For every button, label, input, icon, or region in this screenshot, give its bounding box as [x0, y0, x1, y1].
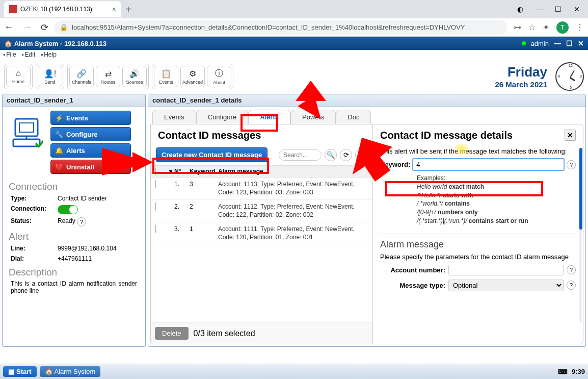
tab-favicon	[9, 5, 17, 13]
menu-file[interactable]: File	[6, 51, 16, 58]
sources-icon: 🔊	[129, 69, 140, 79]
extensions-icon[interactable]: ✦	[543, 22, 549, 32]
key-icon[interactable]: ⊶	[513, 22, 521, 32]
help-icon[interactable]: ?	[567, 265, 576, 274]
svg-rect-2	[13, 139, 40, 146]
about-icon: ⓘ	[215, 68, 223, 79]
tool-events[interactable]: 📋Events	[154, 66, 178, 87]
routes-icon: ⇄	[105, 69, 112, 79]
selection-text: 0/3 item selected	[194, 329, 255, 338]
alarm-message-header: Alarm message	[380, 239, 576, 250]
checkbox-all[interactable]	[155, 167, 156, 175]
table-row[interactable]: 1.3Account: 1113, Type: Preferred, Event…	[151, 178, 372, 200]
close-icon[interactable]: ✕	[565, 130, 576, 141]
tool-send[interactable]: 👤!Send	[38, 66, 62, 87]
url-bar[interactable]: 🔒 localhost:9515/Alarm+System/?a=connect…	[55, 20, 507, 35]
clock-icon: 12 3 6 9	[555, 62, 584, 91]
account-number-label: Account number:	[380, 266, 445, 274]
alarm-message-text: Please specify the parameters for the co…	[380, 253, 576, 261]
description-text: This is a contact ID alarm notification …	[3, 279, 145, 295]
row-checkbox[interactable]	[155, 203, 156, 211]
examples-header: Examples:	[417, 174, 576, 183]
browser-minimize-icon[interactable]: —	[536, 5, 543, 13]
tool-advanced[interactable]: ⚙Advanced	[180, 66, 205, 87]
tab-close-icon[interactable]: ×	[112, 5, 116, 13]
browser-tab[interactable]: OZEKI 10 (192.168.0.113) ×	[4, 1, 121, 17]
messages-header: Contact ID messages	[151, 124, 372, 144]
svg-marker-5	[102, 148, 153, 175]
connection-toggle[interactable]	[58, 205, 78, 214]
app-icon: 🏠	[4, 40, 12, 47]
browser-menu-icon[interactable]: ◐	[517, 5, 523, 13]
profile-avatar[interactable]: T	[556, 21, 569, 34]
bell-icon: 🔔	[55, 147, 63, 155]
app-user[interactable]: admin	[531, 40, 549, 47]
app-minimize-icon[interactable]: —	[554, 39, 561, 47]
svg-rect-0	[15, 119, 38, 136]
taskbar-app[interactable]: 🏠 Alarm System	[40, 366, 101, 377]
help-icon[interactable]: ?	[567, 160, 576, 169]
events-button[interactable]: ⚡Events	[50, 111, 131, 125]
delete-button[interactable]: Delete	[155, 327, 189, 340]
url-text: localhost:9515/Alarm+System/?a=connectio…	[72, 23, 465, 31]
detail-title: contact_ID_sender_1 details	[148, 94, 585, 107]
nav-back-icon[interactable]: ←	[4, 22, 13, 33]
browser-menu-dots-icon[interactable]: ⋮	[576, 22, 584, 32]
new-tab-button[interactable]: +	[125, 4, 131, 15]
message-type-select[interactable]: Optional	[448, 280, 564, 291]
tool-sources[interactable]: 🔊Sources	[122, 66, 147, 87]
detail-header: Contact ID message details	[380, 130, 513, 141]
tool-channels[interactable]: 🔗Channels	[69, 66, 94, 87]
taskbar-time: 9:39	[572, 368, 585, 375]
create-message-button[interactable]: Create new Contact ID message	[156, 147, 268, 162]
table-row[interactable]: 3.1Account: 1111, Type: Preferred, Event…	[151, 222, 372, 245]
tool-home[interactable]: ⌂Home	[6, 66, 31, 87]
row-checkbox[interactable]	[155, 180, 156, 188]
menu-help[interactable]: Help	[44, 51, 57, 58]
menubar: ▪File ▪Edit ▪Help	[0, 50, 588, 59]
keyboard-icon[interactable]: ⌨	[558, 368, 568, 375]
app-close-icon[interactable]: ✕	[578, 39, 584, 47]
heart-broken-icon: 💔	[55, 163, 63, 171]
bolt-icon: ⚡	[55, 114, 63, 122]
menu-edit[interactable]: Edit	[25, 51, 36, 58]
description-header: Description	[3, 264, 145, 279]
configure-button[interactable]: 🔧Configure	[50, 127, 131, 141]
grid-icon: ▦	[8, 368, 14, 375]
events-icon: 📋	[161, 69, 171, 79]
help-icon[interactable]: ?	[77, 217, 86, 226]
scrollbar[interactable]	[579, 148, 582, 322]
nav-reload-icon[interactable]: ⟳	[41, 22, 48, 33]
star-icon[interactable]: ☆	[528, 22, 536, 32]
table-header: ▾ N° Keyword Alarm message	[151, 165, 372, 178]
account-number-input[interactable]	[448, 265, 564, 275]
alert-header: Alert	[3, 228, 145, 243]
keyword-input[interactable]	[412, 158, 565, 171]
intro-text: This alert will be sent if the message t…	[380, 147, 576, 155]
search-icon[interactable]: 🔍	[325, 149, 337, 161]
row-checkbox[interactable]	[155, 225, 156, 233]
help-icon[interactable]: ?	[567, 281, 576, 290]
date-display: Friday 26 March 2021	[495, 64, 549, 89]
search-input[interactable]	[279, 149, 322, 161]
browser-close-icon[interactable]: ✕	[574, 5, 580, 13]
channels-icon: 🔗	[76, 69, 87, 79]
app-maximize-icon[interactable]: ☐	[566, 39, 573, 47]
start-button[interactable]: ▦Start	[3, 366, 37, 377]
house-icon: 🏠	[45, 368, 53, 375]
table-row[interactable]: 2.2Account: 1112, Type: Preferred, Event…	[151, 200, 372, 222]
send-icon: 👤!	[44, 69, 56, 79]
advanced-icon: ⚙	[189, 69, 196, 79]
status-dot-icon	[522, 41, 526, 45]
tab-events[interactable]: Events	[152, 110, 196, 124]
tool-routes[interactable]: ⇄Routes	[96, 66, 120, 87]
lock-icon: 🔒	[60, 23, 68, 31]
browser-maximize-icon[interactable]: ☐	[555, 5, 562, 13]
app-titlebar: 🏠 Alarm System - 192.168.0.113 admin — ☐…	[0, 37, 588, 50]
tool-about[interactable]: ⓘAbout	[207, 66, 231, 87]
tab-doc[interactable]: Doc	[336, 110, 371, 124]
wrench-icon: 🔧	[55, 131, 63, 138]
connection-header: Connection	[3, 178, 145, 193]
tab-configure[interactable]: Configure	[196, 110, 248, 124]
svg-marker-4	[296, 81, 326, 119]
